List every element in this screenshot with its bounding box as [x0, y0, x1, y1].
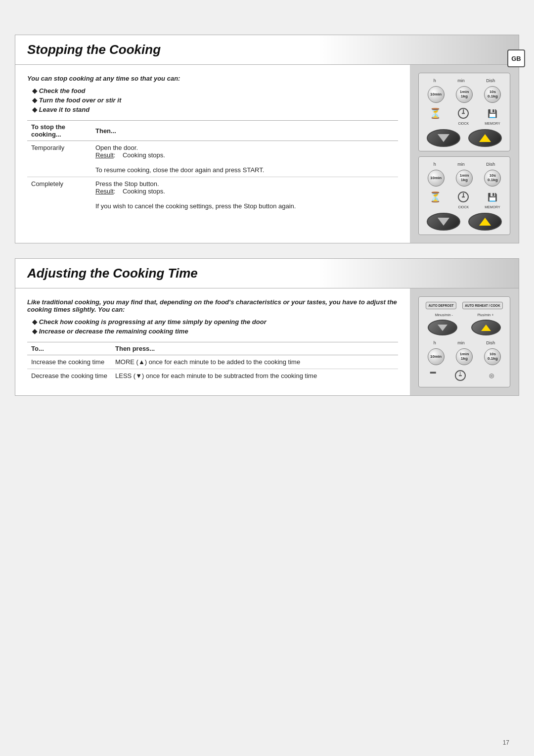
clock2-label: ClOCK: [458, 205, 469, 209]
panel1: h min Dish 10min 1min1kg 10s0.1kg: [418, 73, 510, 151]
section1-right: h min Dish 10min 1min1kg 10s0.1kg: [410, 65, 519, 243]
memory2-icon: 💾: [486, 189, 499, 204]
adj-row2-col1: Decrease the cooking time: [27, 369, 111, 383]
bullet-2: Turn the food over or stir it: [32, 96, 398, 104]
btn3-clock: [453, 368, 467, 383]
panel3-buttons: ▬ ◎: [423, 368, 506, 383]
btn3-hourglass: ▬: [430, 368, 436, 383]
section2-right: AUTO DEFROST AUTO REHEAT / COOK Minus/mi…: [410, 288, 519, 395]
stop-row2-col1: Completely: [27, 177, 91, 213]
knob2-circle-2: 1min1kg: [456, 170, 473, 187]
knob3-circle-2: 1min1kg: [456, 348, 473, 365]
panel1-knobs: 10min 1min1kg 10s0.1kg: [423, 86, 506, 103]
page-container: GB Stopping the Cooking You can stop coo…: [0, 0, 534, 756]
clock2-icon: [456, 189, 470, 204]
btn2-hourglass: ⏳: [428, 189, 442, 209]
auto-defrost-btn[interactable]: AUTO DEFROST: [426, 302, 456, 309]
panel2-ovals: [423, 213, 506, 231]
knob3-circle-3: 10s0.1kg: [484, 348, 501, 365]
table-row: Increase the cooking time MORE (▲) once …: [27, 355, 398, 369]
section2-body: Like traditional cooking, you may find t…: [15, 288, 519, 396]
knob2-10s: 10s0.1kg: [484, 170, 501, 187]
btn-clock: ClOCK: [456, 106, 470, 125]
knob2-circle-1: 10min: [428, 170, 445, 187]
section1-left: You can stop cooking at any time so that…: [15, 65, 410, 243]
stop-row2-col2: Press the Stop button. Result: Cooking s…: [91, 177, 398, 213]
oval-up-btn[interactable]: [468, 129, 502, 147]
label-h2: h: [434, 162, 436, 167]
hourglass3-icon: ▬: [430, 368, 436, 375]
table-row: Temporarily Open the door. Result: Cooki…: [27, 141, 398, 177]
stop-table: To stop the cooking... Then... Temporari…: [27, 120, 398, 213]
table-row: Decrease the cooking time LESS (▼) once …: [27, 369, 398, 383]
oval-down-btn[interactable]: [427, 129, 460, 147]
knob-circle-2: 1min1kg: [456, 86, 473, 103]
panel1-ovals: [423, 129, 506, 147]
adj-col1-header: To...: [27, 342, 111, 355]
knob-circle-3: 10s0.1kg: [484, 86, 501, 103]
gb-badge: GB: [507, 49, 525, 67]
label-h: h: [434, 78, 436, 83]
result-label-1: Result: [95, 151, 114, 159]
stop-row1-col1: Temporarily: [27, 141, 91, 177]
adj-bullet-2: Increase or decrease the remaining cooki…: [32, 328, 398, 335]
adj-oval-up[interactable]: [471, 320, 501, 335]
btn-memory: 💾 MEMORY: [485, 106, 500, 125]
panel3: AUTO DEFROST AUTO REHEAT / COOK Minus/mi…: [418, 296, 510, 387]
btn2-memory: 💾 MEMORY: [485, 189, 500, 209]
btn-hourglass: ⏳: [428, 106, 442, 125]
stop-table-col2-header: Then...: [91, 121, 398, 141]
label-min3: min: [457, 340, 465, 345]
stop-table-col1-header: To stop the cooking...: [27, 121, 91, 141]
section2: Adjusting the Cooking Time Like traditio…: [0, 258, 534, 396]
bullet-1: Check the food: [32, 87, 398, 94]
adj-row1-col1: Increase the cooking time: [27, 355, 111, 369]
section2-header: Adjusting the Cooking Time: [15, 258, 519, 288]
panel3-auto-row: AUTO DEFROST AUTO REHEAT / COOK: [423, 302, 506, 309]
clock3-circle: [455, 370, 466, 381]
section2-title: Adjusting the Cooking Time: [27, 266, 507, 281]
panel2: h min Dish 10min 1min1kg 10s0.1kg: [418, 156, 510, 235]
section2-bullets: Check how cooking is progressing at any …: [32, 318, 398, 335]
panel3-adj-ovals: [423, 320, 506, 335]
panel3-minus-plus: Minus/min - Plus/min +: [423, 313, 506, 317]
panel3-knobs: 10min 1min1kg 10s0.1kg: [423, 348, 506, 365]
knob3-10min: 10min: [428, 348, 445, 365]
panel2-knobs: 10min 1min1kg 10s0.1kg: [423, 170, 506, 187]
memory-label: MEMORY: [485, 122, 500, 125]
label-dish2: Dish: [486, 162, 495, 167]
label-dish: Dish: [486, 78, 495, 83]
adj-table: To... Then press... Increase the cooking…: [27, 342, 398, 382]
knob-circle-1: 10min: [428, 86, 445, 103]
panel2-buttons: ⏳ ClOCK 💾 MEMORY: [423, 189, 506, 209]
knob2-1min: 1min1kg: [456, 170, 473, 187]
section2-left: Like traditional cooking, you may find t…: [15, 288, 410, 395]
btn3-memory: ◎: [485, 368, 498, 383]
clock-label: ClOCK: [458, 122, 469, 125]
panel1-labels: h min Dish: [423, 78, 506, 83]
section1-bullets: Check the food Turn the food over or sti…: [32, 87, 398, 113]
clock-icon: [456, 106, 470, 121]
oval2-down-btn[interactable]: [427, 213, 460, 231]
knob3-10s: 10s0.1kg: [484, 348, 501, 365]
memory3-icon: ◎: [485, 368, 498, 383]
oval2-up-btn[interactable]: [468, 213, 502, 231]
clock2-circle: [458, 191, 469, 202]
section1-header: Stopping the Cooking: [15, 35, 519, 65]
bullet-3: Leave it to stand: [32, 106, 398, 113]
auto-reheat-btn[interactable]: AUTO REHEAT / COOK: [462, 302, 502, 309]
memory-icon: 💾: [486, 106, 499, 121]
label-min: min: [457, 78, 465, 83]
result-label-2: Result: [95, 188, 114, 195]
adj-oval-down[interactable]: [428, 320, 457, 335]
hourglass-icon: ⏳: [428, 106, 442, 121]
knob2-circle-3: 10s0.1kg: [484, 170, 501, 187]
adj-bullet-1: Check how cooking is progressing at any …: [32, 318, 398, 326]
panel2-labels: h min Dish: [423, 162, 506, 167]
knob2-10min: 10min: [428, 170, 445, 187]
btn2-clock: ClOCK: [456, 189, 470, 209]
section1-intro: You can stop cooking at any time so that…: [27, 75, 398, 82]
section1-title: Stopping the Cooking: [27, 42, 507, 57]
section1-body: You can stop cooking at any time so that…: [15, 65, 519, 243]
stop-row1-col2: Open the door. Result: Cooking stops. To…: [91, 141, 398, 177]
